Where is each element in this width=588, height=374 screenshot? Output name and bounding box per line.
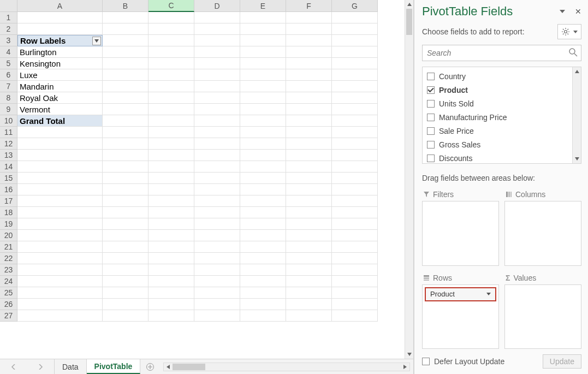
cell-A24[interactable] (17, 276, 103, 287)
cell-F6[interactable] (286, 69, 332, 81)
cell-G6[interactable] (332, 69, 378, 81)
cell-G10[interactable] (332, 115, 378, 127)
cell-B25[interactable] (103, 287, 149, 299)
field-item-product[interactable]: Product (424, 83, 571, 97)
cell-F13[interactable] (286, 150, 332, 161)
cell-E27[interactable] (240, 310, 286, 322)
cell-D13[interactable] (194, 150, 240, 161)
cell-D11[interactable] (194, 127, 240, 138)
sheet-tab-pivottable[interactable]: PivotTable (87, 359, 141, 374)
cell-D21[interactable] (194, 241, 240, 253)
scroll-thumb[interactable] (406, 9, 412, 35)
cell-F3[interactable] (286, 35, 332, 46)
row-header-3[interactable]: 3 (0, 35, 17, 46)
cell-F20[interactable] (286, 230, 332, 241)
fields-scrollbar[interactable] (572, 67, 581, 163)
cell-D27[interactable] (194, 310, 240, 322)
select-all-corner[interactable] (0, 0, 17, 12)
cell-A23[interactable] (17, 264, 103, 276)
cell-F17[interactable] (286, 195, 332, 207)
cell-E22[interactable] (240, 253, 286, 264)
cell-A22[interactable] (17, 253, 103, 264)
cell-F21[interactable] (286, 241, 332, 253)
cell-A11[interactable] (17, 127, 103, 138)
scroll-left-icon[interactable] (164, 363, 173, 371)
cell-F24[interactable] (286, 276, 332, 287)
row-header-7[interactable]: 7 (0, 81, 17, 92)
cell-C1[interactable] (149, 12, 194, 23)
cell-G24[interactable] (332, 276, 378, 287)
row-header-23[interactable]: 23 (0, 264, 17, 276)
cell-G5[interactable] (332, 58, 378, 69)
horizontal-scrollbar[interactable] (163, 363, 410, 371)
cell-D23[interactable] (194, 264, 240, 276)
defer-update-checkbox[interactable]: Defer Layout Update (422, 357, 504, 366)
cell-G15[interactable] (332, 173, 378, 184)
cell-B21[interactable] (103, 241, 149, 253)
cell-E6[interactable] (240, 69, 286, 81)
cell-D10[interactable] (194, 115, 240, 127)
cell-B26[interactable] (103, 299, 149, 310)
values-area[interactable]: Σ Values (504, 271, 581, 349)
cell-G22[interactable] (332, 253, 378, 264)
row-header-1[interactable]: 1 (0, 12, 17, 23)
cell-C17[interactable] (149, 195, 194, 207)
cell-F4[interactable] (286, 46, 332, 58)
cell-F25[interactable] (286, 287, 332, 299)
update-button[interactable]: Update (543, 354, 581, 369)
cell-A2[interactable] (17, 23, 103, 35)
cell-F12[interactable] (286, 138, 332, 150)
cell-F23[interactable] (286, 264, 332, 276)
cell-E19[interactable] (240, 218, 286, 230)
cell-D26[interactable] (194, 299, 240, 310)
row-header-5[interactable]: 5 (0, 58, 17, 69)
cell-B3[interactable] (103, 35, 149, 46)
cell-G9[interactable] (332, 104, 378, 115)
cell-D5[interactable] (194, 58, 240, 69)
row-header-6[interactable]: 6 (0, 69, 17, 81)
cell-B1[interactable] (103, 12, 149, 23)
cell-A20[interactable] (17, 230, 103, 241)
cell-C14[interactable] (149, 161, 194, 173)
cell-E4[interactable] (240, 46, 286, 58)
cell-E10[interactable] (240, 115, 286, 127)
cell-D24[interactable] (194, 276, 240, 287)
cell-F11[interactable] (286, 127, 332, 138)
cell-G4[interactable] (332, 46, 378, 58)
cell-A3[interactable]: Row Labels (17, 35, 103, 46)
cell-E11[interactable] (240, 127, 286, 138)
cell-B2[interactable] (103, 23, 149, 35)
cell-D1[interactable] (194, 12, 240, 23)
row-header-4[interactable]: 4 (0, 46, 17, 58)
cell-E1[interactable] (240, 12, 286, 23)
cell-C13[interactable] (149, 150, 194, 161)
cell-E26[interactable] (240, 299, 286, 310)
cell-F9[interactable] (286, 104, 332, 115)
cell-A8[interactable]: Royal Oak (17, 92, 103, 104)
hscroll-thumb[interactable] (173, 364, 205, 370)
cell-G19[interactable] (332, 218, 378, 230)
cell-B18[interactable] (103, 207, 149, 218)
cell-A17[interactable] (17, 195, 103, 207)
cell-F8[interactable] (286, 92, 332, 104)
cell-D3[interactable] (194, 35, 240, 46)
cell-C6[interactable] (149, 69, 194, 81)
cell-A15[interactable] (17, 173, 103, 184)
cell-B27[interactable] (103, 310, 149, 322)
cell-D9[interactable] (194, 104, 240, 115)
cell-C2[interactable] (149, 23, 194, 35)
cell-A4[interactable]: Burlington (17, 46, 103, 58)
cell-C4[interactable] (149, 46, 194, 58)
field-item-country[interactable]: Country (424, 69, 571, 83)
cell-B15[interactable] (103, 173, 149, 184)
cell-G8[interactable] (332, 92, 378, 104)
cell-G7[interactable] (332, 81, 378, 92)
cell-G11[interactable] (332, 127, 378, 138)
scroll-up-icon[interactable] (405, 0, 413, 9)
search-input[interactable] (422, 45, 581, 61)
cell-F1[interactable] (286, 12, 332, 23)
row-header-20[interactable]: 20 (0, 230, 17, 241)
cell-G27[interactable] (332, 310, 378, 322)
cell-D15[interactable] (194, 173, 240, 184)
cell-F19[interactable] (286, 218, 332, 230)
